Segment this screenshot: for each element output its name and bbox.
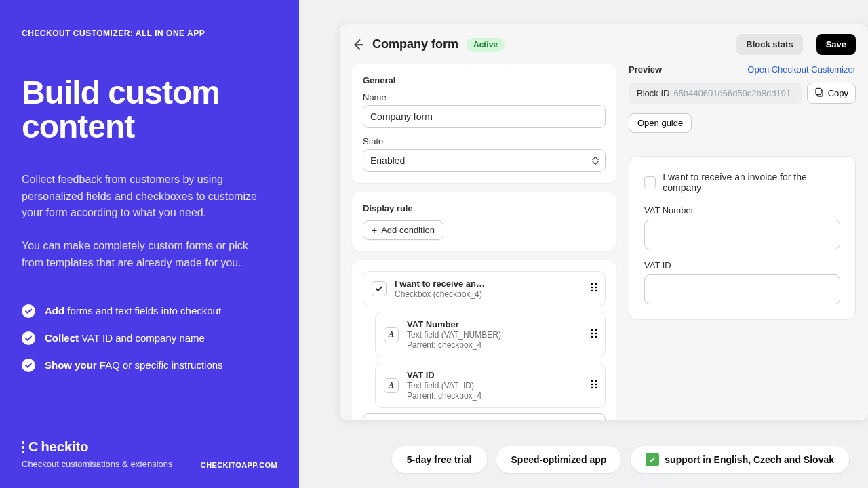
svg-point-1 (595, 283, 597, 285)
left-footer: Checkito Checkout customisations & exten… (22, 439, 277, 469)
svg-point-15 (595, 383, 597, 385)
plus-icon: + (453, 420, 458, 421)
bullet-show: Show your FAQ or specific instructions (22, 359, 277, 372)
text-field-icon: A (384, 327, 399, 342)
hero-paragraph-2: You can make completely custom forms or … (22, 238, 273, 272)
svg-point-7 (595, 329, 597, 331)
save-button[interactable]: Save (816, 34, 856, 55)
drag-handle-icon[interactable] (590, 378, 598, 393)
general-card: General Name State (352, 64, 616, 183)
preview-checkbox[interactable] (644, 176, 656, 188)
name-label: Name (363, 92, 606, 102)
back-arrow-icon[interactable] (352, 39, 364, 51)
svg-point-9 (595, 332, 597, 334)
field-row-checkbox[interactable]: I want to receive an… Checkbox (checkbox… (363, 271, 606, 306)
bullet-collect: Collect VAT ID and company name (22, 331, 277, 345)
copy-button[interactable]: Copy (807, 83, 856, 104)
hero-title: Build custom content (22, 76, 277, 144)
status-badge: Active (467, 38, 505, 52)
svg-point-13 (595, 380, 597, 382)
svg-point-0 (591, 283, 593, 285)
preview-vat-number-input[interactable] (644, 220, 840, 249)
pill-trial: 5-day free trial (392, 446, 487, 473)
plus-icon: + (372, 226, 377, 235)
preview-header: Preview Open Checkout Customizer (629, 64, 856, 75)
svg-point-3 (595, 287, 597, 289)
open-customizer-link[interactable]: Open Checkout Customizer (747, 64, 856, 75)
display-rule-heading: Display rule (363, 203, 606, 214)
open-guide-button[interactable]: Open guide (629, 113, 692, 133)
bullet-add: Add forms and text fields into checkout (22, 304, 277, 318)
check-circle-icon (22, 331, 35, 345)
checkbox-icon (372, 281, 387, 296)
svg-point-5 (595, 290, 597, 292)
live-preview-card: I want to receive an invoice for the com… (629, 156, 856, 320)
state-label: State (363, 136, 606, 146)
drag-handle-icon[interactable] (590, 327, 598, 342)
svg-point-8 (591, 332, 593, 334)
clipboard-icon (814, 87, 824, 99)
preview-checkbox-label: I want to receive an invoice for the com… (663, 171, 840, 193)
preview-vat-id-input[interactable] (644, 274, 840, 304)
block-stats-button[interactable]: Block stats (736, 34, 802, 55)
pill-language: ✓ support in English, Czech and Slovak (631, 446, 849, 473)
add-new-field-button[interactable]: + Add new field (363, 413, 606, 420)
text-field-icon: A (384, 378, 399, 393)
drag-handle-icon[interactable] (590, 281, 598, 296)
app-label: CHECKOUT CUSTOMIZER: ALL IN ONE APP (22, 28, 277, 38)
svg-rect-19 (816, 89, 821, 95)
chevron-updown-icon (592, 157, 599, 165)
page-title: Company form (372, 37, 458, 52)
field-row-vat-id[interactable]: A VAT ID Text field (VAT_ID) Parrent: ch… (375, 363, 606, 408)
marketing-panel: CHECKOUT CUSTOMIZER: ALL IN ONE APP Buil… (0, 0, 299, 488)
brand-subtitle: Checkout customisations & extensions (22, 459, 173, 469)
brand-site-url: CHECKITOAPP.COM (201, 461, 277, 469)
svg-point-14 (591, 383, 593, 385)
svg-point-12 (591, 380, 593, 382)
app-area: Company form Active Block stats Save Gen… (299, 0, 868, 488)
block-id-display: Block ID 65b440601d66d59c2b8dd191 (629, 83, 802, 104)
feature-pills: 5-day free trial Speed-optimized app ✓ s… (392, 446, 849, 473)
editor-header: Company form Active Block stats Save (352, 24, 856, 64)
svg-point-11 (595, 336, 597, 338)
svg-point-4 (591, 290, 593, 292)
fields-card: I want to receive an… Checkbox (checkbox… (352, 260, 616, 420)
state-select[interactable] (363, 149, 606, 172)
pill-speed: Speed-optimized app (496, 446, 622, 473)
svg-point-6 (591, 329, 593, 331)
svg-point-16 (591, 386, 593, 388)
check-circle-icon (22, 304, 35, 318)
bullet-list: Add forms and text fields into checkout … (22, 304, 277, 372)
preview-vat-number-label: VAT Number (644, 205, 840, 216)
preview-heading: Preview (629, 64, 662, 75)
preview-vat-id-label: VAT ID (644, 260, 840, 270)
svg-point-2 (591, 287, 593, 289)
name-input[interactable] (363, 105, 606, 128)
editor-window: Company form Active Block stats Save Gen… (340, 24, 868, 420)
add-condition-button[interactable]: + Add condition (363, 220, 443, 240)
check-circle-icon (22, 359, 35, 372)
svg-point-10 (591, 336, 593, 338)
checkmark-emoji-icon: ✓ (646, 453, 659, 466)
field-row-vat-number[interactable]: A VAT Number Text field (VAT_NUMBER) Par… (375, 312, 606, 357)
svg-point-17 (595, 386, 597, 388)
display-rule-card: Display rule + Add condition (352, 192, 616, 251)
general-heading: General (363, 75, 606, 85)
hero-paragraph-1: Collect feedback from customers by using… (22, 171, 273, 222)
brand-logo: Checkito (22, 439, 173, 455)
